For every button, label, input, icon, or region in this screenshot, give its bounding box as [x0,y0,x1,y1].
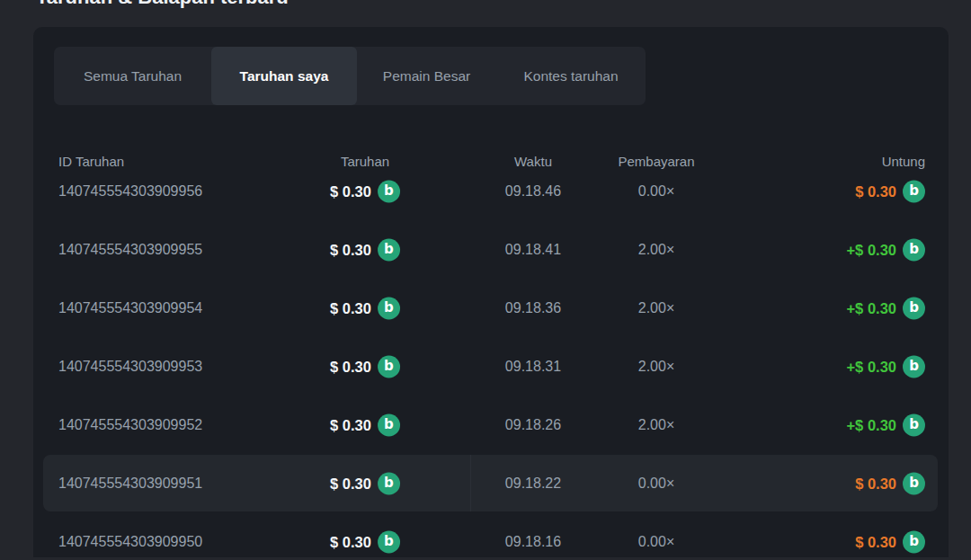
bet-time: 09.18.46 [505,183,561,200]
bet-time: 09.18.36 [505,300,561,316]
bet-time: 09.18.26 [505,417,561,433]
coin-icon: b [378,413,400,436]
bet-time: 09.18.16 [505,534,561,550]
bet-payout: 2.00× [638,242,674,258]
bet-payout: 2.00× [638,359,674,375]
tab-semua-taruhan[interactable]: Semua Taruhan [54,47,211,105]
coin-icon: b [378,297,400,319]
bet-profit: +$ 0.30 b [846,297,925,319]
coin-icon: b [903,238,925,261]
table-row[interactable]: 140745554303909953 $ 0.30 b 09.18.31 2.0… [33,337,949,396]
bet-payout: 2.00× [638,300,674,316]
bet-payout: 0.00× [638,476,674,492]
bets-card: Semua Taruhan Taruhan saya Pemain Besar … [33,27,949,557]
table-body: 140745554303909956 $ 0.30 b 09.18.46 0.0… [33,162,949,557]
bet-profit: $ 0.30 b [855,180,925,202]
bet-amount: $ 0.30 b [330,355,400,378]
bet-id: 140745554303909955 [58,242,202,258]
bet-profit: +$ 0.30 b [846,413,925,436]
bet-profit: +$ 0.30 b [846,355,925,378]
bet-profit: $ 0.30 b [855,530,925,553]
bet-payout: 2.00× [638,417,674,433]
coin-icon: b [378,355,400,378]
bet-amount: $ 0.30 b [330,180,400,202]
page-title: Taruhan & Balapan terbaru [36,0,289,9]
bet-amount: $ 0.30 b [330,530,400,553]
coin-icon: b [903,413,925,436]
bet-id: 140745554303909956 [58,183,202,200]
bet-amount: $ 0.30 b [330,472,400,494]
bet-payout: 0.00× [638,183,674,200]
bet-profit: +$ 0.30 b [846,238,925,261]
coin-icon: b [903,472,925,494]
col-header-bet: Taruhan [341,154,389,169]
table-row[interactable]: 140745554303909954 $ 0.30 b 09.18.36 2.0… [33,279,949,337]
bet-id: 140745554303909953 [58,359,202,375]
table-row[interactable]: 140745554303909952 $ 0.30 b 09.18.26 2.0… [33,396,949,454]
col-header-profit: Untung [882,154,925,169]
bet-amount: $ 0.30 b [330,297,400,319]
table-row[interactable]: 140745554303909955 $ 0.30 b 09.18.41 2.0… [33,220,949,279]
tab-kontes-taruhan[interactable]: Kontes taruhan [496,47,646,105]
bet-amount: $ 0.30 b [330,238,400,261]
coin-icon: b [903,297,925,319]
bet-profit: $ 0.30 b [855,472,925,494]
tab-taruhan-saya[interactable]: Taruhan saya [211,47,357,105]
coin-icon: b [903,530,925,553]
bet-amount: $ 0.30 b [330,413,400,436]
coin-icon: b [903,355,925,378]
bet-payout: 0.00× [638,534,674,550]
coin-icon: b [378,238,400,261]
bet-id: 140745554303909952 [58,417,202,433]
table-row-hovered[interactable]: 140745554303909951 $ 0.30 b 09.18.22 0.0… [33,454,949,512]
bet-time: 09.18.22 [505,476,561,492]
col-header-payout: Pembayaran [618,154,694,169]
bet-time: 09.18.41 [505,242,561,258]
tab-pemain-besar[interactable]: Pemain Besar [357,47,496,105]
bet-time: 09.18.31 [505,359,561,375]
bet-id: 140745554303909951 [58,476,202,492]
bet-id: 140745554303909950 [58,534,202,550]
coin-icon: b [378,472,400,494]
table-row[interactable]: 140745554303909956 $ 0.30 b 09.18.46 0.0… [33,162,949,220]
bets-tabbar: Semua Taruhan Taruhan saya Pemain Besar … [54,47,646,105]
coin-icon: b [378,180,400,202]
col-header-time: Waktu [514,154,552,169]
coin-icon: b [378,530,400,553]
table-row[interactable]: 140745554303909950 $ 0.30 b 09.18.16 0.0… [33,512,949,557]
bet-id: 140745554303909954 [58,300,202,316]
col-header-bet-id: ID Taruhan [58,154,124,169]
coin-icon: b [903,180,925,202]
